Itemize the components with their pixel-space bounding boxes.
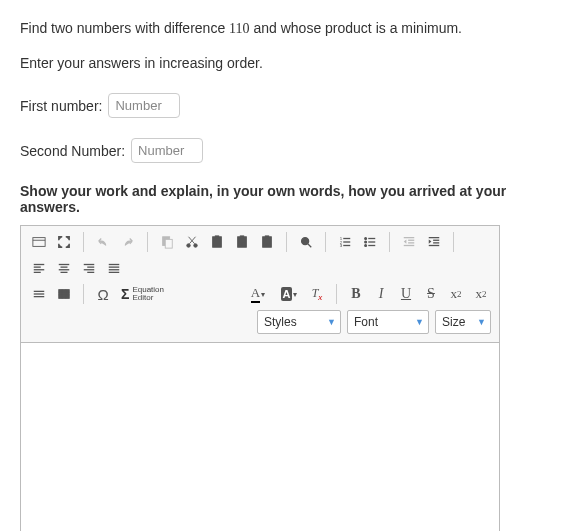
- subscript-button[interactable]: x2: [444, 282, 468, 306]
- outdent-icon[interactable]: [397, 230, 421, 254]
- paste-icon[interactable]: [205, 230, 229, 254]
- font-label: Font: [354, 315, 378, 329]
- styles-label: Styles: [264, 315, 297, 329]
- remove-format-icon[interactable]: Tx: [305, 282, 329, 306]
- svg-rect-12: [265, 236, 269, 239]
- align-center-icon[interactable]: [52, 256, 76, 280]
- source-icon[interactable]: [27, 230, 51, 254]
- first-number-label: First number:: [20, 98, 102, 114]
- redo-icon[interactable]: [116, 230, 140, 254]
- rich-text-editor: T W 123: [20, 225, 500, 531]
- maximize-icon[interactable]: [52, 230, 76, 254]
- svg-line-15: [308, 244, 312, 248]
- strike-button[interactable]: S: [419, 282, 443, 306]
- hr-icon[interactable]: [27, 282, 51, 306]
- align-justify-icon[interactable]: [102, 256, 126, 280]
- table-icon[interactable]: [52, 282, 76, 306]
- svg-rect-3: [165, 239, 172, 248]
- svg-point-5: [194, 244, 198, 248]
- styles-dropdown[interactable]: Styles▼: [257, 310, 341, 334]
- italic-button[interactable]: I: [369, 282, 393, 306]
- bg-color-button[interactable]: A▾: [274, 282, 304, 306]
- svg-point-14: [302, 238, 309, 245]
- second-number-row: Second Number:: [20, 138, 553, 163]
- size-dropdown[interactable]: Size▼: [435, 310, 491, 334]
- svg-rect-55: [59, 290, 70, 299]
- font-dropdown[interactable]: Font▼: [347, 310, 429, 334]
- svg-rect-9: [240, 236, 244, 239]
- chevron-down-icon: ▼: [327, 317, 336, 327]
- paste-word-icon[interactable]: W: [255, 230, 279, 254]
- numbered-list-icon[interactable]: 123: [333, 230, 357, 254]
- svg-rect-7: [215, 236, 219, 239]
- question-suffix: and whose product is a minimum.: [250, 20, 462, 36]
- copy-icon[interactable]: [155, 230, 179, 254]
- svg-rect-0: [33, 238, 45, 247]
- editor-content-area[interactable]: [21, 343, 499, 531]
- toolbar-row-3: Styles▼ Font▼ Size▼: [25, 308, 495, 338]
- align-right-icon[interactable]: [77, 256, 101, 280]
- svg-text:3: 3: [340, 243, 343, 248]
- bold-button[interactable]: B: [344, 282, 368, 306]
- bullet-list-icon[interactable]: [358, 230, 382, 254]
- svg-point-27: [365, 245, 367, 247]
- size-label: Size: [442, 315, 465, 329]
- chevron-down-icon: ▼: [415, 317, 424, 327]
- undo-icon[interactable]: [91, 230, 115, 254]
- sigma-icon: Σ: [121, 287, 129, 301]
- instruction-text: Enter your answers in increasing order.: [20, 55, 553, 71]
- svg-text:W: W: [265, 241, 270, 247]
- chevron-down-icon: ▼: [477, 317, 486, 327]
- paste-text-icon[interactable]: T: [230, 230, 254, 254]
- second-number-label: Second Number:: [20, 143, 125, 159]
- special-char-icon[interactable]: Ω: [91, 282, 115, 306]
- toolbar-row-1: T W 123: [25, 230, 495, 280]
- text-color-button[interactable]: A▾: [243, 282, 273, 306]
- show-work-heading: Show your work and explain, in your own …: [20, 183, 553, 215]
- underline-button[interactable]: U: [394, 282, 418, 306]
- equation-editor-button[interactable]: Σ Equation Editor: [116, 282, 169, 306]
- toolbar-row-2: Ω Σ Equation Editor A▾ A▾ Tx: [25, 282, 495, 306]
- svg-point-25: [365, 238, 367, 240]
- second-number-input[interactable]: [131, 138, 203, 163]
- question-value: 110: [229, 21, 249, 36]
- question-text: Find two numbers with difference 110 and…: [20, 20, 553, 37]
- first-number-input[interactable]: [108, 93, 180, 118]
- superscript-button[interactable]: x2: [469, 282, 493, 306]
- svg-point-4: [187, 244, 191, 248]
- svg-point-26: [365, 241, 367, 243]
- indent-icon[interactable]: [422, 230, 446, 254]
- align-left-icon[interactable]: [27, 256, 51, 280]
- question-prefix: Find two numbers with difference: [20, 20, 229, 36]
- editor-toolbar: T W 123: [21, 226, 499, 343]
- first-number-row: First number:: [20, 93, 553, 118]
- cut-icon[interactable]: [180, 230, 204, 254]
- eqn-label-bottom: Editor: [132, 294, 164, 302]
- find-icon[interactable]: [294, 230, 318, 254]
